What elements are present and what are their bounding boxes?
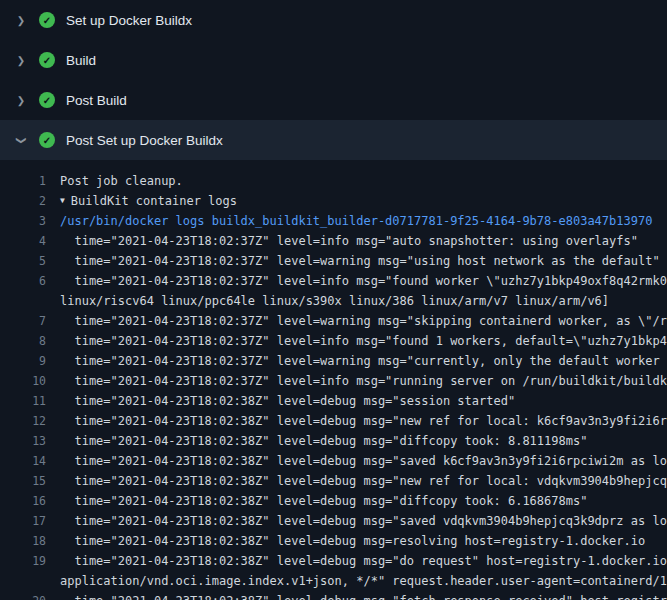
log-text: time="2021-04-23T18:02:37Z" level=warnin…: [60, 251, 660, 271]
log-text: time="2021-04-23T18:02:37Z" level=info m…: [60, 371, 667, 391]
log-line: 6 time="2021-04-23T18:02:37Z" level=info…: [0, 271, 667, 291]
log-text: linux/riscv64 linux/ppc64le linux/s390x …: [60, 291, 609, 311]
chevron-right-icon: ❯: [14, 15, 28, 26]
line-number[interactable]: 10: [0, 371, 46, 391]
check-circle-icon: ✓: [39, 52, 55, 68]
log-line: 13 time="2021-04-23T18:02:38Z" level=deb…: [0, 431, 667, 451]
log-line: 16 time="2021-04-23T18:02:38Z" level=deb…: [0, 491, 667, 511]
log-line: 5 time="2021-04-23T18:02:37Z" level=warn…: [0, 251, 667, 271]
log-text: time="2021-04-23T18:02:38Z" level=debug …: [60, 411, 667, 431]
log-line: 10 time="2021-04-23T18:02:37Z" level=inf…: [0, 371, 667, 391]
log-text: time="2021-04-23T18:02:38Z" level=debug …: [60, 451, 667, 471]
check-circle-icon: ✓: [39, 92, 55, 108]
log-output: 1 Post job cleanup. 2 ▼ BuildKit contain…: [0, 160, 667, 600]
check-circle-icon: ✓: [39, 12, 55, 28]
line-number[interactable]: 7: [0, 311, 46, 331]
log-line: 4 time="2021-04-23T18:02:37Z" level=info…: [0, 231, 667, 251]
line-number[interactable]: 9: [0, 351, 46, 371]
section-header-setup-docker-buildx[interactable]: ❯ ✓ Set up Docker Buildx: [0, 0, 667, 40]
log-line: 17 time="2021-04-23T18:02:38Z" level=deb…: [0, 511, 667, 531]
log-line: linux/riscv64 linux/ppc64le linux/s390x …: [0, 291, 667, 311]
log-text: Post job cleanup.: [60, 171, 183, 191]
line-number[interactable]: 13: [0, 431, 46, 451]
section-header-post-setup-docker-buildx[interactable]: ❯ ✓ Post Set up Docker Buildx: [0, 120, 667, 160]
log-text: time="2021-04-23T18:02:37Z" level=warnin…: [60, 311, 667, 331]
log-line: 8 time="2021-04-23T18:02:37Z" level=info…: [0, 331, 667, 351]
log-line: 20 time="2021-04-23T18:02:38Z" level=deb…: [0, 591, 667, 600]
log-line: 1 Post job cleanup.: [0, 171, 667, 191]
log-text: /usr/bin/docker logs buildx_buildkit_bui…: [60, 211, 652, 231]
line-number[interactable]: 1: [0, 171, 46, 191]
log-text: time="2021-04-23T18:02:38Z" level=debug …: [60, 431, 587, 451]
line-number[interactable]: 15: [0, 471, 46, 491]
line-number[interactable]: 14: [0, 451, 46, 471]
log-line: 9 time="2021-04-23T18:02:37Z" level=warn…: [0, 351, 667, 371]
log-text: time="2021-04-23T18:02:38Z" level=debug …: [60, 391, 515, 411]
log-text: time="2021-04-23T18:02:38Z" level=debug …: [60, 591, 667, 600]
line-number[interactable]: 6: [0, 271, 46, 291]
chevron-right-icon: ❯: [14, 95, 28, 106]
log-line: 12 time="2021-04-23T18:02:38Z" level=deb…: [0, 411, 667, 431]
section-label: Post Set up Docker Buildx: [66, 133, 223, 148]
log-line: 11 time="2021-04-23T18:02:38Z" level=deb…: [0, 391, 667, 411]
log-line: 14 time="2021-04-23T18:02:38Z" level=deb…: [0, 451, 667, 471]
line-number[interactable]: 3: [0, 211, 46, 231]
line-number[interactable]: 8: [0, 331, 46, 351]
section-header-build[interactable]: ❯ ✓ Build: [0, 40, 667, 80]
line-number[interactable]: 18: [0, 531, 46, 551]
log-line: application/vnd.oci.image.index.v1+json,…: [0, 571, 667, 591]
log-text: time="2021-04-23T18:02:37Z" level=info m…: [60, 231, 638, 251]
log-text: time="2021-04-23T18:02:38Z" level=debug …: [60, 471, 667, 491]
log-line: 15 time="2021-04-23T18:02:38Z" level=deb…: [0, 471, 667, 491]
line-number[interactable]: 12: [0, 411, 46, 431]
line-number[interactable]: 4: [0, 231, 46, 251]
line-number[interactable]: 16: [0, 491, 46, 511]
line-number[interactable]: 19: [0, 551, 46, 571]
line-number[interactable]: 17: [0, 511, 46, 531]
log-line: 19 time="2021-04-23T18:02:38Z" level=deb…: [0, 551, 667, 571]
triangle-down-icon: ▼: [60, 191, 65, 211]
log-text: time="2021-04-23T18:02:38Z" level=debug …: [60, 551, 667, 571]
section-label: Build: [66, 53, 96, 68]
line-number[interactable]: 5: [0, 251, 46, 271]
log-group-toggle[interactable]: 2 ▼ BuildKit container logs: [0, 191, 667, 211]
check-circle-icon: ✓: [39, 132, 55, 148]
log-text: time="2021-04-23T18:02:37Z" level=info m…: [60, 271, 667, 291]
log-text: time="2021-04-23T18:02:38Z" level=debug …: [60, 531, 645, 551]
log-text: time="2021-04-23T18:02:38Z" level=debug …: [60, 511, 667, 531]
log-text: time="2021-04-23T18:02:37Z" level=info m…: [60, 331, 667, 351]
line-number[interactable]: 20: [0, 591, 46, 600]
chevron-right-icon: ❯: [14, 55, 28, 66]
log-line: 18 time="2021-04-23T18:02:38Z" level=deb…: [0, 531, 667, 551]
job-steps-list: ❯ ✓ Set up Docker Buildx ❯ ✓ Build ❯ ✓ P…: [0, 0, 667, 160]
log-line: 3 /usr/bin/docker logs buildx_buildkit_b…: [0, 211, 667, 231]
line-number[interactable]: 2: [0, 191, 46, 211]
section-header-post-build[interactable]: ❯ ✓ Post Build: [0, 80, 667, 120]
line-number[interactable]: 11: [0, 391, 46, 411]
section-label: Set up Docker Buildx: [66, 13, 192, 28]
section-label: Post Build: [66, 93, 127, 108]
log-text: BuildKit container logs: [71, 191, 237, 211]
log-text: application/vnd.oci.image.index.v1+json,…: [60, 571, 667, 591]
log-text: time="2021-04-23T18:02:38Z" level=debug …: [60, 491, 587, 511]
log-text: time="2021-04-23T18:02:37Z" level=warnin…: [60, 351, 667, 371]
log-line: 7 time="2021-04-23T18:02:37Z" level=warn…: [0, 311, 667, 331]
chevron-down-icon: ❯: [16, 133, 27, 147]
